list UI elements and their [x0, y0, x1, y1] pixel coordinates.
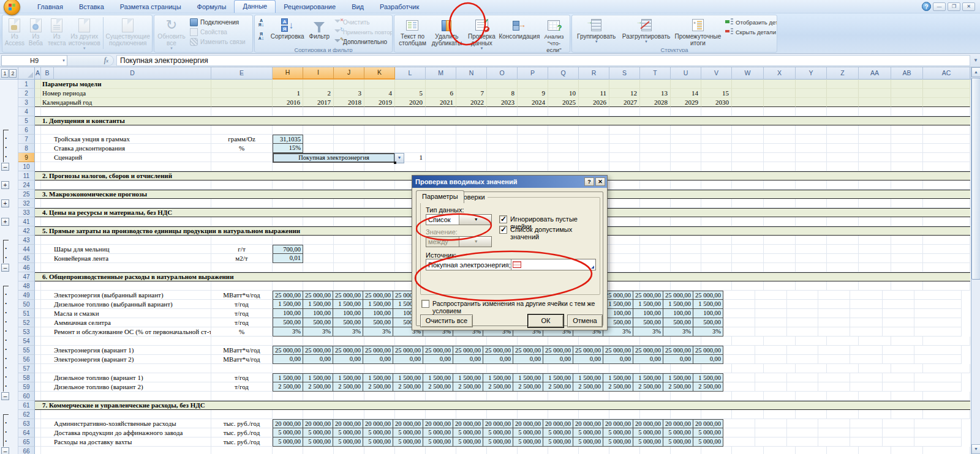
cell[interactable]: [456, 392, 487, 401]
cell[interactable]: [796, 180, 827, 190]
cell[interactable]: [303, 107, 334, 116]
cell[interactable]: [701, 180, 732, 190]
value-cell[interactable]: 2016: [273, 98, 303, 107]
cell[interactable]: [456, 364, 487, 373]
cell[interactable]: [891, 254, 923, 263]
row-header-41[interactable]: 41: [18, 217, 35, 226]
cell[interactable]: [671, 254, 701, 263]
dialog-titlebar[interactable]: Проверка вводимых значений ? ✕: [412, 176, 607, 188]
cell[interactable]: [35, 392, 41, 401]
cell[interactable]: [303, 337, 334, 346]
data-cell[interactable]: 20 000,00: [633, 419, 663, 428]
cell[interactable]: [764, 199, 796, 208]
row-header-24[interactable]: 24: [18, 180, 35, 190]
cell[interactable]: [891, 447, 923, 454]
dialog-tab-settings[interactable]: Параметры: [416, 190, 464, 203]
cell[interactable]: [923, 364, 970, 373]
cell[interactable]: [732, 364, 764, 373]
cell[interactable]: [640, 199, 671, 208]
cell[interactable]: [787, 309, 818, 318]
cell[interactable]: [764, 80, 796, 89]
row-header-8[interactable]: 8: [18, 144, 35, 153]
data-cell[interactable]: 1 500,00: [363, 373, 393, 382]
cell[interactable]: [35, 98, 41, 107]
cell[interactable]: [273, 162, 303, 171]
cell[interactable]: [334, 135, 364, 144]
data-cell[interactable]: 2 500,00: [273, 382, 303, 392]
cell[interactable]: [827, 392, 859, 401]
cell[interactable]: [303, 410, 334, 419]
cell[interactable]: [796, 125, 827, 135]
cell[interactable]: [701, 392, 732, 401]
close-button[interactable]: ✕: [962, 2, 975, 11]
data-cell[interactable]: 20 000,00: [513, 419, 543, 428]
cell[interactable]: [640, 263, 671, 272]
cell[interactable]: [364, 135, 395, 144]
cell[interactable]: [456, 337, 487, 346]
data-cell[interactable]: 1 500,00: [333, 373, 363, 382]
cell[interactable]: [859, 236, 891, 245]
cell[interactable]: [211, 217, 273, 226]
cell[interactable]: [796, 337, 827, 346]
data-cell[interactable]: 5 000,00: [393, 437, 423, 447]
cell[interactable]: [755, 327, 787, 337]
cell[interactable]: [883, 382, 914, 392]
cell[interactable]: [859, 135, 891, 144]
cell[interactable]: [35, 281, 41, 291]
column-header-R[interactable]: R: [579, 67, 609, 80]
select-all-corner[interactable]: [18, 67, 35, 79]
row-header-32[interactable]: 32: [18, 199, 35, 208]
data-cell[interactable]: 20 000,00: [453, 419, 483, 428]
cell[interactable]: [273, 281, 303, 291]
unit-cell[interactable]: тыс. руб./год: [211, 419, 273, 428]
cell[interactable]: [764, 392, 796, 401]
cell[interactable]: [764, 281, 796, 291]
row-header-64[interactable]: 64: [18, 428, 35, 437]
cell[interactable]: [548, 135, 579, 144]
column-header-K[interactable]: K: [364, 67, 395, 80]
checkbox-checked-icon[interactable]: [499, 215, 507, 223]
cell[interactable]: [818, 437, 850, 447]
value-cell[interactable]: 4: [364, 89, 395, 98]
cell[interactable]: [395, 144, 426, 153]
cell[interactable]: [827, 254, 859, 263]
cell[interactable]: [732, 254, 764, 263]
cell[interactable]: [35, 346, 41, 355]
value-cell[interactable]: 6: [426, 89, 456, 98]
cell[interactable]: [518, 144, 548, 153]
cell[interactable]: [303, 392, 334, 401]
cell[interactable]: [891, 125, 923, 135]
cell[interactable]: [426, 364, 456, 373]
cell[interactable]: [487, 410, 518, 419]
cell[interactable]: [548, 80, 579, 89]
row-header-66[interactable]: 66: [18, 447, 35, 454]
column-header-U[interactable]: U: [671, 67, 701, 80]
cell[interactable]: [732, 410, 764, 419]
cell[interactable]: [456, 144, 487, 153]
cell[interactable]: [827, 107, 859, 116]
data-cell[interactable]: 2 500,00: [573, 382, 603, 392]
data-cell[interactable]: 0,00: [483, 355, 513, 364]
cell[interactable]: [334, 199, 364, 208]
cell[interactable]: [850, 327, 883, 337]
cell[interactable]: [883, 437, 914, 447]
cell[interactable]: [609, 144, 640, 153]
cell[interactable]: [701, 254, 732, 263]
unit-cell[interactable]: т/год: [211, 318, 273, 327]
cell[interactable]: [701, 125, 732, 135]
cell[interactable]: [883, 327, 914, 337]
cell[interactable]: [755, 373, 787, 382]
cell[interactable]: [334, 337, 364, 346]
value-cell[interactable]: 2017: [303, 98, 334, 107]
cell[interactable]: [273, 410, 303, 419]
cell[interactable]: [732, 144, 764, 153]
cell[interactable]: [796, 410, 827, 419]
unit-cell[interactable]: т/год: [211, 309, 273, 318]
cell[interactable]: [787, 346, 818, 355]
data-cell[interactable]: 20 000,00: [423, 419, 453, 428]
cell[interactable]: [35, 153, 41, 162]
cell[interactable]: [701, 263, 732, 272]
cell[interactable]: [456, 135, 487, 144]
text-to-columns-button[interactable]: Текст по столбцам: [396, 16, 429, 53]
cell[interactable]: [364, 199, 395, 208]
